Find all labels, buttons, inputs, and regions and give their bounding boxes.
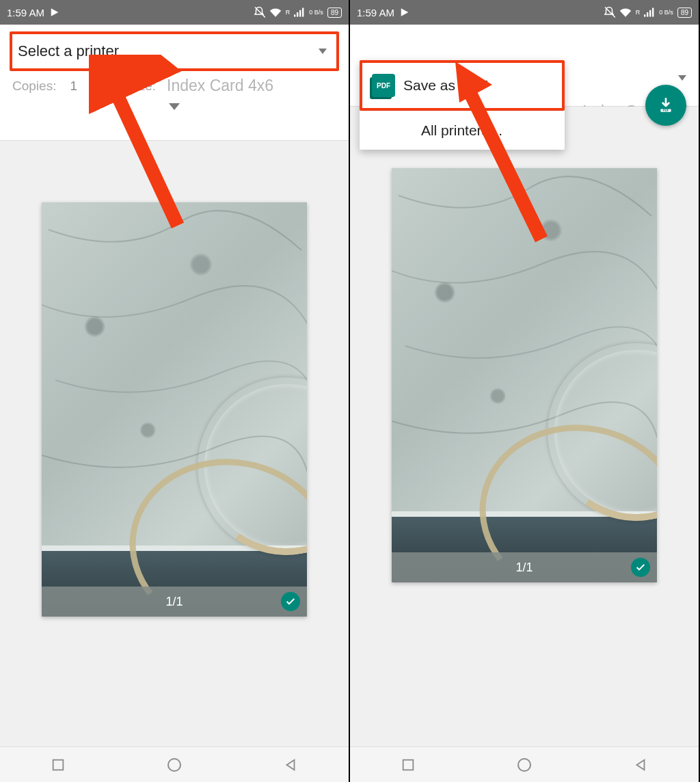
print-preview-page[interactable]: 1/1 [392,168,657,582]
svg-text:PDF: PDF [662,109,669,112]
page-counter: 1/1 [515,561,533,575]
preview-area[interactable]: PDF 1/1 [350,107,699,746]
menu-item-save-as-pdf[interactable]: PDF Save as PDF [360,60,565,111]
printer-dropdown-menu: PDF Save as PDF All printers… [360,60,565,150]
wifi-icon [619,8,632,17]
android-nav-bar [0,746,349,782]
status-bar: 1:59 AM R 0 B/s 89 [0,0,349,25]
page-footer: 1/1 [392,552,657,582]
preview-area[interactable]: 1/1 [0,141,349,746]
page-selected-check[interactable] [631,558,650,577]
home-button[interactable] [166,757,183,773]
paper-size-label: Paper size: [91,79,156,94]
status-bar: 1:59 AM R 0 B/s 89 [350,0,699,25]
page-footer: 1/1 [42,586,307,617]
printer-dropdown[interactable]: Select a printer [10,31,339,71]
chevron-down-icon [169,103,180,110]
copies-label: Copies: [12,79,56,94]
print-header: Index Card 4x6 PDF Save as PDF All print… [350,25,699,107]
save-pdf-fab[interactable]: PDF [645,85,686,126]
signal-icon [644,8,655,17]
page-selected-check[interactable] [281,592,300,611]
play-store-icon [400,8,409,17]
data-rate: 0 B/s [309,9,323,16]
network-r: R [636,9,641,16]
menu-item-label: Save as PDF [403,77,488,94]
menu-item-all-printers[interactable]: All printers… [360,111,565,150]
recent-apps-button[interactable] [51,757,66,772]
wifi-icon [269,8,282,17]
expand-options[interactable] [10,98,339,117]
chevron-down-icon [319,49,327,54]
phone-left: 1:59 AM R 0 B/s 89 Select a printer Copi… [0,0,350,782]
bell-off-icon [603,6,615,18]
bell-off-icon [253,6,265,18]
print-preview-page[interactable]: 1/1 [42,202,307,617]
data-rate: 0 B/s [659,9,673,16]
chevron-down-icon[interactable] [678,75,686,81]
back-button[interactable] [633,757,648,772]
pdf-icon: PDF [372,74,395,97]
play-store-icon [50,8,59,17]
status-time: 1:59 AM [7,7,44,18]
svg-rect-2 [53,759,63,770]
printer-dropdown-label: Select a printer [18,42,119,60]
print-options-row: Copies: 1 Paper size: Index Card 4x6 [10,71,339,98]
svg-rect-8 [403,759,413,770]
battery-icon: 89 [677,8,692,18]
android-nav-bar [350,746,699,782]
status-time: 1:59 AM [357,7,394,18]
page-counter: 1/1 [165,595,183,609]
phone-right: 1:59 AM R 0 B/s 89 Index Card 4x6 PDF Sa… [350,0,700,782]
recent-apps-button[interactable] [401,757,416,772]
paper-size-value[interactable]: Index Card 4x6 [167,77,273,95]
back-button[interactable] [283,757,298,772]
battery-icon: 89 [327,8,342,18]
copies-value[interactable]: 1 [70,79,77,94]
svg-point-3 [168,759,180,771]
signal-icon [294,8,305,17]
print-header: Select a printer Copies: 1 Paper size: I… [0,25,349,141]
home-button[interactable] [516,757,533,773]
network-r: R [286,9,291,16]
menu-item-label: All printers… [421,122,503,139]
svg-point-9 [518,759,530,771]
